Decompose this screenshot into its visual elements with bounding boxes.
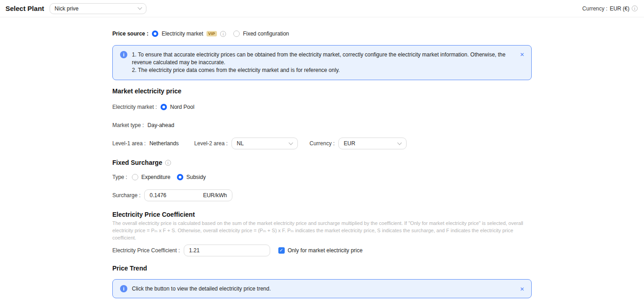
radio-off-icon[interactable] bbox=[233, 31, 240, 37]
market-type-label: Market type : bbox=[112, 122, 144, 128]
electricity-market-row: Electricity market : Nord Pool bbox=[112, 104, 532, 110]
vip-badge: VIP bbox=[206, 31, 217, 36]
market-currency-label: Currency : bbox=[310, 140, 335, 147]
info-icon[interactable]: i bbox=[220, 31, 226, 37]
main-content: Price source : Electricity market VIP i … bbox=[112, 31, 532, 298]
coefficient-input-row: Electricity Price Coefficient : ✓ Only f… bbox=[112, 245, 532, 256]
surcharge-type-label: Type : bbox=[112, 174, 127, 180]
radio-off-icon[interactable] bbox=[132, 174, 138, 180]
level2-area-select[interactable]: NL bbox=[231, 138, 298, 149]
radio-nord-pool-label: Nord Pool bbox=[170, 104, 194, 110]
price-source-row: Price source : Electricity market VIP i … bbox=[112, 31, 532, 37]
level1-area-label: Level-1 area : bbox=[112, 140, 146, 147]
info-icon: i bbox=[120, 51, 127, 58]
section-title-fixed-surcharge-row: Fixed Surcharge i bbox=[112, 159, 532, 166]
surcharge-type-row: Type : Expenditure Subsidy bbox=[112, 174, 532, 180]
electricity-market-label: Electricity market : bbox=[112, 104, 157, 110]
market-currency-select[interactable]: EUR bbox=[338, 138, 407, 149]
market-notice-point1: 1. To ensure that accurate electricity p… bbox=[132, 51, 508, 66]
surcharge-unit: EUR/kWh bbox=[203, 192, 227, 199]
currency-value: EUR (€) bbox=[610, 5, 629, 12]
section-title-market-electricity-price: Market electricity price bbox=[112, 87, 532, 95]
market-type-row: Market type : Day-ahead bbox=[112, 122, 532, 128]
radio-fixed-configuration-label: Fixed configuration bbox=[243, 31, 289, 37]
header: Select Plant Nick prive Currency : EUR (… bbox=[0, 0, 644, 17]
area-currency-row: Level-1 area : Netherlands Level-2 area … bbox=[112, 138, 532, 149]
market-notice-banner: i 1. To ensure that accurate electricity… bbox=[112, 45, 532, 80]
plant-select-value: Nick prive bbox=[55, 5, 79, 12]
level2-area-select-value: NL bbox=[237, 140, 244, 147]
info-icon[interactable]: i bbox=[165, 160, 171, 166]
radio-electricity-market-label: Electricity market bbox=[161, 31, 203, 37]
chevron-down-icon bbox=[138, 5, 142, 10]
page-title: Select Plant bbox=[5, 5, 44, 12]
chevron-down-icon bbox=[397, 140, 402, 145]
plant-select[interactable]: Nick prive bbox=[50, 3, 146, 14]
radio-expenditure-label: Expenditure bbox=[141, 174, 171, 180]
level1-area-value: Netherlands bbox=[149, 140, 179, 147]
only-market-price-checkbox-wrap[interactable]: ✓ Only for market electricity price bbox=[278, 247, 363, 254]
info-icon[interactable]: i bbox=[632, 5, 638, 11]
radio-expenditure[interactable]: Expenditure bbox=[132, 174, 171, 180]
close-icon[interactable]: ✕ bbox=[520, 286, 524, 292]
market-notice-text: 1. To ensure that accurate electricity p… bbox=[132, 51, 524, 74]
level2-area-label: Level-2 area : bbox=[194, 140, 227, 147]
price-trend-banner: i Click the button to view the detailed … bbox=[112, 279, 532, 298]
section-title-price-trend: Price Trend bbox=[112, 265, 532, 272]
surcharge-input-box: EUR/kWh bbox=[144, 189, 232, 201]
radio-on-icon[interactable] bbox=[161, 104, 167, 110]
coefficient-input[interactable] bbox=[189, 247, 265, 254]
price-source-label: Price source : bbox=[112, 31, 148, 37]
market-notice-point2: 2. The electricity price data comes from… bbox=[132, 66, 508, 74]
radio-on-icon[interactable] bbox=[177, 174, 183, 180]
radio-fixed-configuration[interactable]: Fixed configuration bbox=[233, 31, 289, 37]
only-market-price-checkbox-label: Only for market electricity price bbox=[288, 247, 363, 254]
section-title-price-coefficient: Electricity Price Coefficient bbox=[112, 211, 532, 218]
chevron-down-icon bbox=[288, 140, 293, 145]
radio-subsidy[interactable]: Subsidy bbox=[177, 174, 206, 180]
coefficient-label: Electricity Price Coefficient : bbox=[112, 247, 180, 254]
surcharge-input[interactable] bbox=[150, 192, 203, 199]
currency-label: Currency : bbox=[582, 5, 607, 12]
coefficient-input-box bbox=[184, 245, 270, 256]
radio-electricity-market[interactable]: Electricity market VIP i bbox=[152, 31, 226, 37]
radio-nord-pool[interactable]: Nord Pool bbox=[161, 104, 194, 110]
checkbox-checked-icon[interactable]: ✓ bbox=[278, 247, 285, 254]
radio-on-icon[interactable] bbox=[152, 31, 158, 37]
section-title-fixed-surcharge: Fixed Surcharge bbox=[112, 159, 162, 166]
header-currency: Currency : EUR (€) i bbox=[582, 5, 638, 12]
market-type-value: Day-ahead bbox=[147, 122, 174, 128]
surcharge-label: Surcharge : bbox=[112, 192, 141, 199]
price-trend-notice: Click the button to view the detailed el… bbox=[132, 285, 271, 293]
market-currency-select-value: EUR bbox=[344, 140, 355, 147]
radio-subsidy-label: Subsidy bbox=[186, 174, 206, 180]
close-icon[interactable]: ✕ bbox=[520, 51, 524, 58]
coefficient-description: The overall electricity price is calcula… bbox=[112, 219, 532, 241]
surcharge-input-row: Surcharge : EUR/kWh bbox=[112, 189, 532, 201]
info-icon: i bbox=[120, 285, 127, 292]
